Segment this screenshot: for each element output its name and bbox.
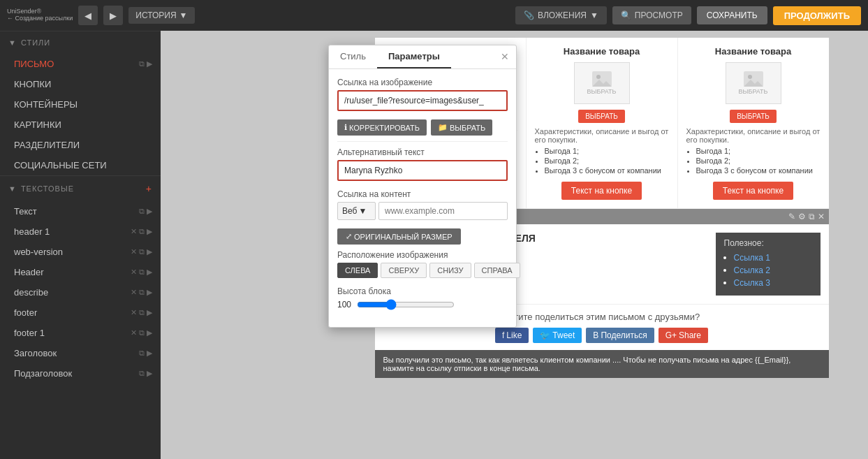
select-image-button-3[interactable]: ВЫБРАТЬ [730, 110, 777, 123]
url-scheme-selector[interactable]: Веб ▼ [337, 202, 376, 220]
sidebar-item-images[interactable]: КАРТИНКИ [0, 115, 161, 135]
resize-icon: ⤢ [346, 232, 352, 241]
useful-title: Полезное: [724, 238, 812, 248]
product-image-3: ВЫБРАТЬ [726, 62, 781, 104]
copy-icon[interactable]: ⧉ [139, 247, 145, 256]
original-size-button[interactable]: ⤢ ОРИГИНАЛЬНЫЙ РАЗМЕР [337, 228, 461, 245]
arrow-right-icon[interactable]: ▶ [147, 328, 152, 337]
useful-link-3[interactable]: Ссылка 3 [734, 278, 771, 288]
nav-back-button[interactable]: ◀ [78, 6, 98, 25]
alt-text-input[interactable] [337, 160, 508, 181]
product-list-2: Выгода 1; Выгода 2; Выгода 3 с бонусом о… [535, 147, 669, 175]
sidebar-item-header1[interactable]: header 1 ✕ ⧉ ▶ [0, 221, 161, 242]
close-icon[interactable]: ✕ [131, 328, 137, 337]
sidebar-item-dividers[interactable]: РАЗДЕЛИТЕЛИ [0, 135, 161, 155]
sidebar-section-styles: ▼ СТИЛИ ПИСЬМО ⧉ ▶ КНОПКИ КОНТЕЙНЕРЫ КАР… [0, 31, 161, 175]
modal-close-button[interactable]: ✕ [494, 45, 516, 68]
svg-point-4 [596, 75, 601, 79]
close-icon[interactable]: ✕ [131, 288, 137, 297]
arrow-right-icon[interactable]: ▶ [147, 207, 152, 216]
sidebar-item-footer[interactable]: footer ✕ ⧉ ▶ [0, 303, 161, 323]
modal-header: Стиль Параметры ✕ [329, 45, 516, 69]
sidebar-item-social[interactable]: СОЦИАЛЬНЫЕ СЕТИ [0, 155, 161, 175]
arrow-right-icon[interactable]: ▶ [147, 349, 152, 358]
facebook-share-button[interactable]: f Like [495, 328, 529, 343]
arrow-right-icon[interactable]: ▶ [147, 369, 152, 378]
nav-forward-button[interactable]: ▶ [103, 6, 123, 25]
arrow-right-icon[interactable]: ▶ [147, 288, 152, 297]
duplicate-icon[interactable]: ⧉ [809, 212, 815, 221]
sidebar-item-text[interactable]: Текст ⧉ ▶ [0, 201, 161, 221]
edit-button[interactable]: ℹ КОРРЕКТИРОВАТЬ [337, 119, 427, 136]
copy-icon[interactable]: ⧉ [139, 369, 145, 378]
url-row: Веб ▼ [337, 202, 508, 220]
copy-icon[interactable]: ⧉ [139, 288, 145, 297]
arrow-right-icon[interactable]: ▶ [147, 59, 152, 68]
sidebar-item-letter[interactable]: ПИСЬМО ⧉ ▶ [0, 54, 161, 74]
useful-list: Ссылка 1 Ссылка 2 Ссылка 3 [724, 252, 812, 288]
settings-icon[interactable]: ⚙ [798, 212, 806, 221]
copy-icon[interactable]: ⧉ [139, 268, 145, 277]
sidebar-item-header[interactable]: Header ✕ ⧉ ▶ [0, 262, 161, 282]
attachments-button[interactable]: 📎 ВЛОЖЕНИЯ ▼ [515, 6, 607, 24]
preview-button[interactable]: 🔍 ПРОСМОТР [612, 6, 691, 24]
position-bottom-button[interactable]: СНИЗУ [429, 263, 471, 278]
close-icon[interactable]: ✕ [131, 227, 137, 236]
sidebar-item-containers[interactable]: КОНТЕЙНЕРЫ [0, 94, 161, 115]
select-image-button[interactable]: 📁 ВЫБРАТЬ [431, 119, 492, 136]
alt-text-label: Альтернативный текст [337, 147, 508, 157]
sidebar-item-describe[interactable]: describe ✕ ⧉ ▶ [0, 282, 161, 303]
image-link-input[interactable] [337, 90, 508, 111]
copy-icon[interactable]: ⧉ [139, 308, 145, 317]
sidebar-section-text: ▼ ТЕКСТОВЫЕ + Текст ⧉ ▶ header 1 ✕ ⧉ ▶ [0, 175, 161, 384]
product-desc-3: Характеристики, описание и выгод от его … [686, 127, 821, 144]
modal-tab-style[interactable]: Стиль [329, 45, 377, 68]
copy-icon[interactable]: ⧉ [139, 349, 145, 358]
modal-tab-params[interactable]: Параметры [377, 45, 451, 68]
position-left-button[interactable]: СЛЕВА [337, 263, 378, 278]
arrow-right-icon[interactable]: ▶ [147, 247, 152, 256]
product-name-2: Название товара [535, 46, 669, 57]
close-icon[interactable]: ✕ [131, 268, 137, 277]
close-icon[interactable]: ✕ [131, 247, 137, 256]
vk-share-button[interactable]: В Поделиться [586, 328, 654, 343]
sidebar-item-subheading[interactable]: Подзаголовок ⧉ ▶ [0, 363, 161, 384]
select-image-button-2[interactable]: ВЫБРАТЬ [578, 110, 625, 123]
sidebar-section-styles-title[interactable]: ▼ СТИЛИ [0, 31, 161, 54]
product-action-button-3[interactable]: Текст на кнопке [713, 182, 793, 200]
position-right-button[interactable]: СПРАВА [474, 263, 520, 278]
sidebar-item-heading[interactable]: Заголовок ⧉ ▶ [0, 343, 161, 363]
sidebar-item-footer1[interactable]: footer 1 ✕ ⧉ ▶ [0, 323, 161, 343]
add-text-icon[interactable]: + [146, 183, 152, 194]
product-action-button-2[interactable]: Текст на кнопке [561, 182, 642, 200]
position-top-button[interactable]: СВЕРХУ [381, 263, 427, 278]
edit-icon[interactable]: ✎ [788, 212, 795, 221]
main-layout: ▼ СТИЛИ ПИСЬМО ⧉ ▶ КНОПКИ КОНТЕЙНЕРЫ КАР… [0, 31, 868, 459]
copy-icon[interactable]: ⧉ [139, 328, 145, 337]
height-field: Высота блока 100 [337, 286, 508, 310]
gplus-share-button[interactable]: G+ Share [659, 328, 708, 343]
useful-link-2[interactable]: Ссылка 2 [734, 265, 771, 275]
useful-link-1[interactable]: Ссылка 1 [734, 253, 771, 263]
image-link-actions: ℹ КОРРЕКТИРОВАТЬ 📁 ВЫБРАТЬ [337, 119, 508, 136]
product-image-2: ВЫБРАТЬ [574, 62, 630, 104]
delete-icon[interactable]: ✕ [818, 212, 825, 221]
twitter-share-button[interactable]: 🐦 Tweet [533, 328, 582, 343]
modal-body: Ссылка на изображение ℹ КОРРЕКТИРОВАТЬ 📁… [329, 69, 516, 327]
arrow-right-icon[interactable]: ▶ [147, 227, 152, 236]
arrow-right-icon[interactable]: ▶ [147, 308, 152, 317]
sidebar-item-buttons[interactable]: КНОПКИ [0, 74, 161, 94]
history-button[interactable]: ИСТОРИЯ ▼ [128, 7, 194, 24]
sidebar-section-text-title[interactable]: ▼ ТЕКСТОВЫЕ + [0, 176, 161, 201]
sidebar-item-web-version[interactable]: web-version ✕ ⧉ ▶ [0, 242, 161, 262]
save-button[interactable]: СОХРАНИТЬ [697, 6, 767, 24]
copy-icon[interactable]: ⧉ [139, 207, 145, 216]
copy-icon[interactable]: ⧉ [139, 227, 145, 236]
content-link-input[interactable] [378, 202, 508, 220]
height-slider[interactable] [357, 299, 455, 310]
arrow-right-icon[interactable]: ▶ [147, 268, 152, 277]
continue-button[interactable]: ПРОДОЛЖИТЬ [773, 6, 861, 25]
close-icon[interactable]: ✕ [131, 308, 137, 317]
copy-icon[interactable]: ⧉ [139, 59, 145, 68]
parameters-modal: Стиль Параметры ✕ Ссылка на изображение … [328, 45, 517, 328]
